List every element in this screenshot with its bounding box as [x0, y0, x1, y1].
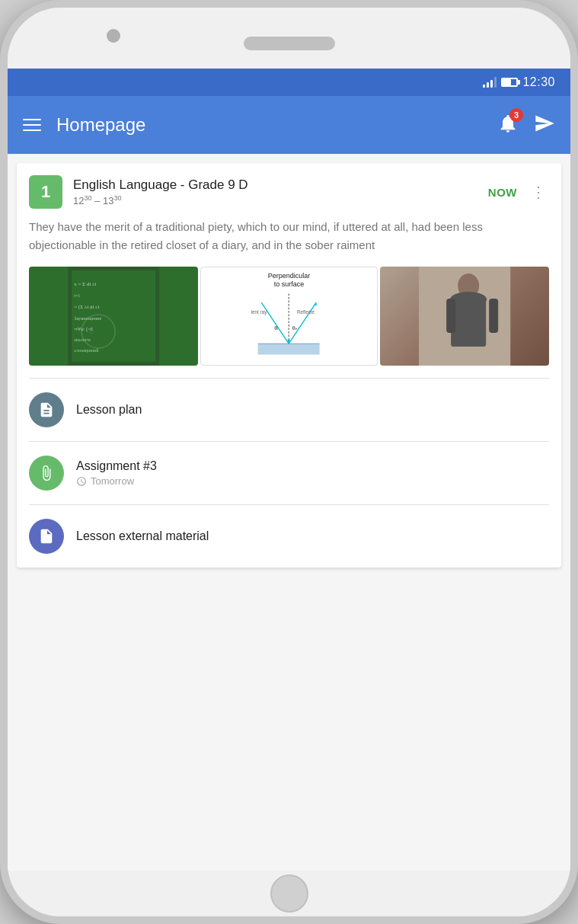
external-material-content: Lesson external material — [76, 529, 549, 543]
battery-fill — [503, 79, 511, 85]
document-icon — [38, 401, 55, 418]
lesson-plan-icon — [29, 392, 64, 427]
main-content[interactable]: 1 English Language - Grade 9 D 1230 – 13… — [8, 154, 570, 871]
gallery-image-physics[interactable]: Perpendicularto surface — [200, 267, 377, 366]
class-header: 1 English Language - Grade 9 D 1230 – 13… — [17, 163, 561, 218]
home-button[interactable] — [270, 874, 308, 913]
signal-bar-4 — [494, 77, 497, 88]
lesson-plan-content: Lesson plan — [76, 403, 549, 417]
app-title: Homepage — [56, 114, 497, 136]
svg-text:θᵣ: θᵣ — [292, 325, 297, 331]
battery-icon — [501, 78, 518, 87]
phone-camera — [107, 29, 120, 43]
physics-diagram-svg: θᵢ θᵣ lent ray Reflecte — [204, 290, 373, 359]
list-item-lesson-plan[interactable]: Lesson plan — [17, 379, 561, 441]
class-card: 1 English Language - Grade 9 D 1230 – 13… — [17, 163, 561, 568]
lesson-plan-title: Lesson plan — [76, 403, 549, 417]
svg-text:= (Σ λi di ci: = (Σ λi di ci — [74, 304, 99, 310]
app-bar: Homepage 3 — [8, 96, 570, 154]
svg-text:i=1: i=1 — [74, 293, 80, 298]
svg-text:lent ray: lent ray — [251, 309, 268, 315]
paperclip-icon — [38, 465, 55, 481]
chalkboard-svg: x = Σ di ci i=1 = (Σ λi di ci Заувнещени… — [29, 267, 198, 366]
svg-point-26 — [450, 292, 487, 307]
hamburger-line-1 — [23, 119, 41, 120]
svg-text:θᵢ: θᵢ — [275, 325, 279, 331]
phone-speaker — [244, 37, 335, 50]
gallery-image-person[interactable] — [380, 267, 549, 366]
phone-shell: 12:30 Homepage 3 — [0, 0, 578, 924]
svg-text:аналогія: аналогія — [74, 337, 91, 342]
signal-bar-1 — [483, 85, 485, 88]
clock-icon — [76, 476, 87, 487]
person-svg — [380, 267, 549, 366]
status-icons: 12:30 — [483, 75, 555, 89]
image-gallery: x = Σ di ci i=1 = (Σ λi di ci Заувнещени… — [17, 267, 561, 378]
external-doc-icon — [38, 528, 55, 545]
class-number: 1 — [29, 175, 62, 209]
gallery-image-chalkboard[interactable]: x = Σ di ci i=1 = (Σ λi di ci Заувнещени… — [29, 267, 198, 366]
svg-text:x = Σ di ci: x = Σ di ci — [74, 281, 96, 287]
svg-rect-28 — [489, 299, 498, 333]
external-material-title: Lesson external material — [76, 529, 549, 543]
svg-rect-11 — [258, 344, 320, 354]
physics-title: Perpendicularto surface — [268, 272, 311, 289]
status-time: 12:30 — [522, 75, 555, 89]
app-bar-actions: 3 — [497, 113, 555, 137]
send-button[interactable] — [534, 113, 555, 137]
external-material-icon — [29, 519, 64, 554]
assignment-title: Assignment #3 — [76, 459, 549, 473]
list-item-external-material[interactable]: Lesson external material — [17, 505, 561, 568]
class-description: They have the merit of a traditional pie… — [17, 218, 561, 267]
send-icon — [534, 113, 555, 134]
hamburger-line-2 — [23, 124, 41, 126]
phone-top — [8, 8, 570, 69]
svg-text:©: © — [89, 328, 94, 335]
class-name: English Language - Grade 9 D — [73, 177, 477, 193]
notification-badge: 3 — [509, 108, 523, 122]
screen: 12:30 Homepage 3 — [8, 69, 570, 871]
more-options-icon[interactable]: ⋮ — [528, 180, 549, 204]
hamburger-line-3 — [23, 129, 41, 131]
assignment-subtitle: Tomorrow — [76, 475, 549, 487]
signal-icon — [483, 77, 497, 88]
signal-bar-3 — [490, 80, 493, 88]
assignment-content: Assignment #3 Tomorrow — [76, 459, 549, 487]
assignment-icon — [29, 456, 64, 491]
svg-text:а поняриний: а поняриний — [74, 348, 99, 353]
hamburger-icon[interactable] — [23, 119, 41, 131]
class-time: 1230 – 1330 — [73, 194, 477, 206]
phone-bottom — [8, 871, 570, 916]
now-badge: NOW — [488, 186, 517, 199]
class-info: English Language - Grade 9 D 1230 – 1330 — [73, 177, 477, 206]
svg-rect-27 — [446, 299, 455, 333]
signal-bar-2 — [487, 82, 489, 88]
status-bar: 12:30 — [8, 69, 570, 96]
assignment-due-date: Tomorrow — [91, 475, 134, 487]
svg-text:Reflecte: Reflecte — [297, 309, 315, 314]
list-item-assignment[interactable]: Assignment #3 Tomorrow — [17, 442, 561, 504]
notification-button[interactable]: 3 — [497, 113, 519, 137]
